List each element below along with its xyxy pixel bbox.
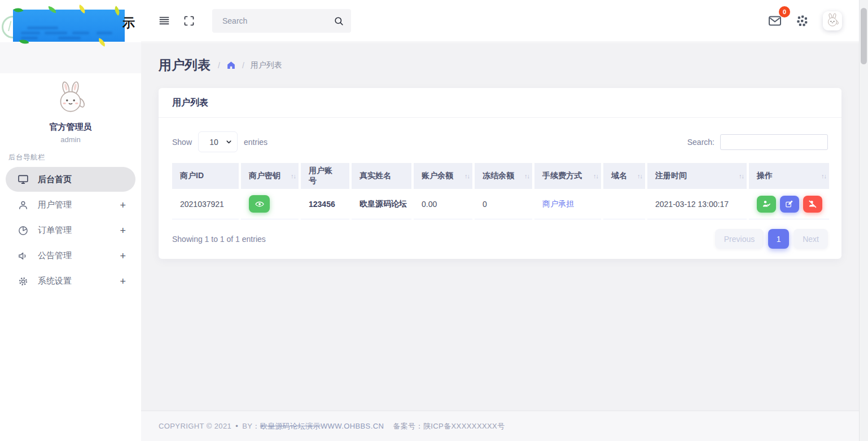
sidebar-item-orders[interactable]: 订单管理 + [0,218,141,243]
expand-plus-icon[interactable]: + [120,251,126,261]
column-header-merchant-id[interactable]: 商户ID [172,163,239,189]
site-link[interactable]: WWW.OHBBS.CN [321,422,384,430]
eye-icon [255,200,264,209]
page-footer: COPYRIGHT © 2021 • BY： 欧皇源码论坛演示 WWW.OHBB… [141,411,859,441]
table-controls: Show 10 ent [172,131,828,152]
expand-plus-icon[interactable]: + [120,200,126,210]
sort-icon[interactable]: ↑↓ [637,173,642,179]
sidebar-item-users[interactable]: 用户管理 + [0,192,141,218]
author-link[interactable]: 欧皇源码论坛演示 [260,421,321,431]
brand-text-fragment: 示 [122,15,135,32]
page-number-button[interactable]: 1 [768,229,789,249]
sticker-smudge [45,32,67,34]
column-header-balance[interactable]: 账户余额↑↓ [414,163,472,189]
leaf-decoration [77,5,87,14]
user-avatar[interactable] [52,81,89,118]
next-page-button[interactable]: Next [794,229,828,249]
users-table: 商户ID 商户密钥↑↓ 用户账号 真实姓名 账户余额↑↓ 冻结余额↑↓ 手续费方… [170,163,831,219]
sidebar-profile: 官方管理员 admin [0,73,141,144]
column-label: 域名 [611,171,627,180]
page-length-select[interactable]: 10 [198,131,238,152]
menu-toggle-button[interactable] [155,11,174,30]
sidebar-item-label: 后台首页 [38,174,72,185]
sticker-smudge [97,32,112,34]
copyright-text: COPYRIGHT © 2021 [159,422,231,430]
page-length-control: Show 10 ent [172,131,268,152]
view-key-button[interactable] [249,195,270,213]
sidebar-item-label: 系统设置 [38,276,72,286]
breadcrumb: 用户列表 / / 用户列表 [159,56,841,74]
sort-icon[interactable]: ↑↓ [464,173,470,179]
table-info: Showing 1 to 1 of 1 entries [172,235,266,244]
column-header-actions[interactable]: 操作↑↓ [749,163,829,189]
menu-icon [158,15,170,27]
table-search-input[interactable] [720,134,828,150]
leaf-decoration [47,6,57,13]
scrollbar[interactable] [859,0,868,441]
column-header-frozen[interactable]: 冻结余额↑↓ [475,163,532,189]
column-label: 商户ID [180,171,204,180]
expand-plus-icon[interactable]: + [120,276,126,286]
sort-icon[interactable]: ↑↓ [524,173,529,179]
column-label: 操作 [757,171,773,180]
sidebar: 示 [0,0,141,441]
profile-avatar-button[interactable] [823,11,842,30]
main-area: 0 [141,0,868,441]
leaf-decoration [14,6,24,14]
cell-merchant-key [241,189,299,219]
search-icon[interactable] [334,16,344,27]
user-slash-icon [808,199,817,209]
footer-by-label: BY： [242,421,260,431]
pagination: Previous 1 Next [715,229,828,249]
column-label: 冻结余额 [483,171,514,180]
home-icon[interactable] [226,60,236,70]
column-header-merchant-key[interactable]: 商户密钥↑↓ [241,163,299,189]
search-input[interactable] [222,16,334,25]
column-label: 真实姓名 [360,171,391,180]
column-header-account[interactable]: 用户账号 [301,163,349,189]
sidebar-nav: 后台首页 用户管理 + 订单管理 + [0,167,141,294]
sticker-smudge [27,27,58,29]
cell-fee-mode: 商户承担 [534,189,601,219]
rabbit-avatar-icon [825,13,840,29]
sort-icon[interactable]: ↑↓ [291,173,296,179]
cell-register-time: 2021-03-12 13:00:17 [647,189,747,219]
topbar-search [212,9,351,33]
monitor-icon [17,173,29,186]
expand-plus-icon[interactable]: + [120,226,126,236]
sort-icon[interactable]: ↑↓ [593,173,598,179]
table-header-row: 商户ID 商户密钥↑↓ 用户账号 真实姓名 账户余额↑↓ 冻结余额↑↓ 手续费方… [172,163,829,189]
ban-user-button[interactable] [803,196,822,213]
messages-button[interactable]: 0 [765,11,784,30]
sidebar-item-dashboard[interactable]: 后台首页 [6,167,135,192]
column-header-domain[interactable]: 域名↑↓ [603,163,645,189]
brand[interactable]: 示 [0,0,141,42]
card-title: 用户列表 [159,88,841,118]
fee-mode-link[interactable]: 商户承担 [542,199,574,208]
edit-user-button[interactable] [780,196,799,213]
sort-icon[interactable]: ↑↓ [739,173,744,179]
scrollbar-thumb[interactable] [861,8,867,64]
column-label: 账户余额 [422,171,453,180]
column-header-real-name[interactable]: 真实姓名 [352,163,411,189]
apps-button[interactable] [792,11,812,30]
sidebar-item-settings[interactable]: 系统设置 + [0,268,141,294]
column-header-register-time[interactable]: 注册时间↑↓ [647,163,747,189]
user-name: 官方管理员 [0,122,141,133]
sticker-smudge [58,37,81,39]
sort-icon[interactable]: ↑↓ [821,173,826,179]
topbar: 0 [141,0,859,42]
fullscreen-button[interactable] [179,11,199,30]
sticker-smudge [72,32,89,34]
cell-merchant-id: 2021037921 [172,189,239,219]
edit-icon [785,200,794,208]
mail-icon [768,14,782,28]
column-header-fee-mode[interactable]: 手续费方式↑↓ [534,163,601,189]
pie-chart-icon [17,224,29,237]
cell-domain [603,189,645,219]
approve-user-button[interactable] [757,196,776,213]
sidebar-item-announcements[interactable]: 公告管理 + [0,243,141,268]
previous-page-button[interactable]: Previous [715,229,764,249]
user-icon [17,199,29,211]
table-search-label: Search: [687,138,714,147]
